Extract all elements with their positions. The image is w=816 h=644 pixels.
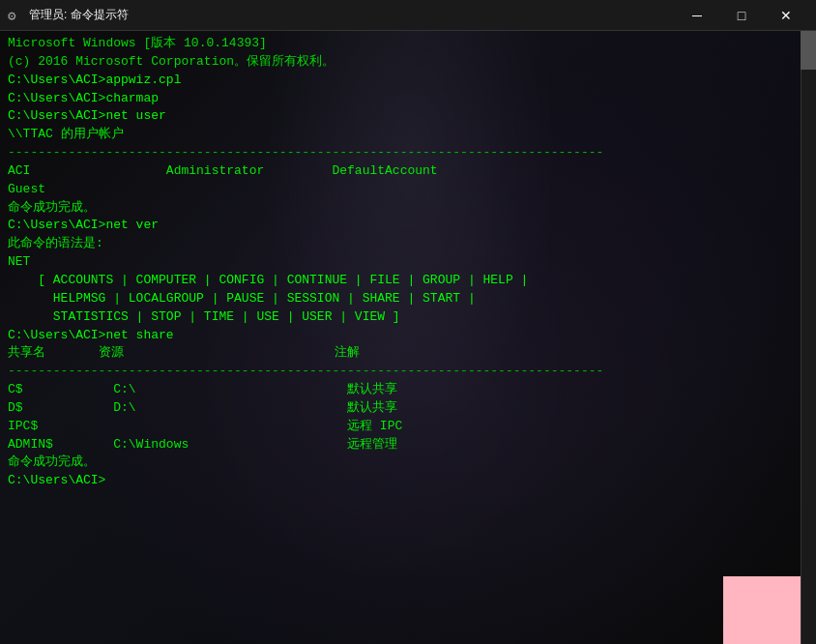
terminal-line: (c) 2016 Microsoft Corporation。保留所有权利。 [8,53,793,72]
terminal-line: C:\Users\ACI> [8,472,793,490]
terminal-line: 共享名 资源 注解 [8,344,793,363]
terminal-line: IPC$ 远程 IPC [8,418,793,436]
terminal-line: C:\Users\ACI>net share [8,327,793,345]
terminal-line: C:\Users\ACI>charmap [8,90,793,108]
terminal-line: C:\Users\ACI>net user [8,107,793,126]
scrollbar[interactable] [801,31,816,644]
terminal-line: Microsoft Windows [版本 10.0.14393] [8,35,793,53]
terminal-line: Guest [8,181,793,199]
terminal-line: [ ACCOUNTS | COMPUTER | CONFIG | CONTINU… [8,272,793,290]
terminal-line: C:\Users\ACI>net ver [8,217,793,235]
terminal-line: D$ D:\ 默认共享 [8,399,793,418]
terminal-line: STATISTICS | STOP | TIME | USE | USER | … [8,308,793,327]
window-controls: ─ □ ✕ [675,0,808,31]
terminal-line: C:\Users\ACI>appwiz.cpl [8,72,793,90]
terminal-line: NET [8,253,793,272]
terminal-line: \\TTAC 的用户帐户 [8,126,793,144]
terminal-line: ----------------------------------------… [8,144,793,162]
maximize-button[interactable]: □ [719,0,764,31]
terminal-line: ACI Administrator DefaultAccount [8,162,793,181]
cmd-icon: ⚙ [8,8,23,23]
terminal-line: ----------------------------------------… [8,363,793,381]
scrollbar-thumb[interactable] [801,31,816,70]
window-title: 管理员: 命令提示符 [29,7,129,23]
terminal-line: C$ C:\ 默认共享 [8,381,793,399]
terminal-output[interactable]: Microsoft Windows [版本 10.0.14393](c) 201… [0,31,801,644]
terminal-line: HELPMSG | LOCALGROUP | PAUSE | SESSION |… [8,290,793,308]
titlebar: ⚙ 管理员: 命令提示符 ─ □ ✕ [0,0,816,31]
terminal-line: 命令成功完成。 [8,199,793,218]
minimize-button[interactable]: ─ [675,0,719,31]
terminal-line: ADMIN$ C:\Windows 远程管理 [8,436,793,454]
terminal-line: 此命令的语法是: [8,235,793,253]
pink-overlay [723,576,801,644]
terminal-wrapper: Microsoft Windows [版本 10.0.14393](c) 201… [0,31,816,644]
close-button[interactable]: ✕ [764,0,808,31]
titlebar-left: ⚙ 管理员: 命令提示符 [8,7,129,23]
terminal-line: 命令成功完成。 [8,454,793,472]
